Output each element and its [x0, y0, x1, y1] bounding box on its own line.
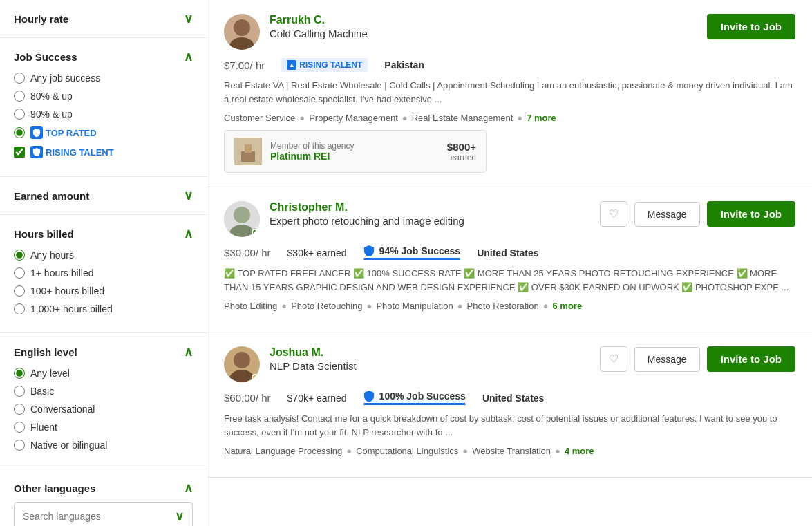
- job-success-rising-talent-input[interactable]: [14, 147, 25, 158]
- card-header-christopher: Christopher M. Expert photo retouching a…: [224, 201, 795, 237]
- message-button-joshua[interactable]: Message: [634, 347, 700, 372]
- hours-1plus-input[interactable]: [14, 267, 25, 279]
- english-basic-input[interactable]: [14, 386, 25, 397]
- filter-header-hourly-rate[interactable]: Hourly rate ∨: [14, 11, 193, 26]
- skill-dot-1: ●: [299, 113, 305, 123]
- location-farrukh: Pakistan: [384, 59, 424, 71]
- earned-joshua: $70k+ earned: [287, 393, 347, 404]
- invite-button-joshua[interactable]: Invite to Job: [707, 346, 795, 372]
- hours-1000plus-input[interactable]: [14, 303, 25, 314]
- sidebar: Hourly rate ∨ Job Success ∧ Any job succ…: [0, 0, 207, 526]
- agency-name-farrukh[interactable]: Platinum REI: [270, 151, 439, 162]
- job-success-rising-talent[interactable]: RISING TALENT: [14, 146, 193, 158]
- card-header-joshua: Joshua M. NLP Data Scientist ♡ Message I…: [224, 346, 795, 382]
- filter-header-english-level[interactable]: English level ∧: [14, 344, 193, 359]
- filter-section-earned-amount: Earned amount ∨: [0, 177, 207, 215]
- freelancer-name-christopher[interactable]: Christopher M.: [270, 201, 464, 214]
- job-success-80[interactable]: 80% & up: [14, 91, 193, 102]
- job-success-top-rated-input[interactable]: [14, 127, 25, 138]
- hours-100plus-input[interactable]: [14, 285, 25, 297]
- freelancer-info-christopher: Christopher M. Expert photo retouching a…: [270, 201, 464, 227]
- hours-1plus[interactable]: 1+ hours billed: [14, 267, 193, 279]
- english-basic-label: Basic: [30, 386, 54, 397]
- english-native-input[interactable]: [14, 440, 25, 451]
- english-fluent[interactable]: Fluent: [14, 422, 193, 433]
- language-search-chevron-icon: ∨: [175, 509, 184, 524]
- filter-header-other-languages[interactable]: Other languages ∧: [14, 480, 193, 496]
- job-success-any-label: Any job success: [30, 73, 100, 84]
- english-native[interactable]: Native or bilingual: [14, 440, 193, 451]
- card-meta-christopher: $30.00/ hr $30k+ earned 94% Job Success …: [224, 245, 795, 260]
- more-skills-christopher[interactable]: 6 more: [553, 301, 583, 311]
- rising-talent-label: RISING TALENT: [46, 147, 114, 158]
- top-rated-shield-icon: [30, 126, 43, 139]
- skill-dot-j2: ●: [462, 446, 468, 456]
- english-any-label: Any level: [30, 368, 70, 379]
- agency-thumb-farrukh: [234, 138, 262, 165]
- avatar-christopher: [224, 201, 260, 237]
- freelancer-name-joshua[interactable]: Joshua M.: [270, 346, 357, 359]
- chevron-hourly-rate-icon: ∨: [184, 11, 193, 26]
- job-success-top-rated[interactable]: TOP RATED: [14, 126, 193, 139]
- hours-100plus[interactable]: 100+ hours billed: [14, 285, 193, 297]
- svg-rect-5: [245, 144, 252, 153]
- card-header-right-farrukh: Invite to Job: [707, 14, 795, 39]
- skills-christopher: Photo Editing ● Photo Retouching ● Photo…: [224, 301, 795, 311]
- svg-point-1: [234, 19, 250, 36]
- language-search-input[interactable]: [23, 511, 175, 522]
- main-content: Farrukh C. Cold Calling Machine Invite t…: [207, 0, 812, 526]
- english-conversational[interactable]: Conversational: [14, 404, 193, 415]
- freelancer-info-farrukh: Farrukh C. Cold Calling Machine: [270, 14, 368, 39]
- filter-options-hours-billed: Any hours 1+ hours billed 100+ hours bil…: [14, 250, 193, 314]
- job-success-90-input[interactable]: [14, 109, 25, 120]
- rate-farrukh: $7.00/ hr: [224, 59, 265, 71]
- skill-dot-c4: ●: [543, 301, 549, 311]
- filter-options-job-success: Any job success 80% & up 90% & up TOP RA…: [14, 73, 193, 158]
- job-success-christopher: 94% Job Success: [363, 245, 461, 260]
- freelancer-name-farrukh[interactable]: Farrukh C.: [270, 14, 368, 26]
- skill-photo-retouching: Photo Retouching: [291, 301, 362, 311]
- rising-talent-badge-shield-icon: ▲: [287, 60, 296, 70]
- filter-section-english-level: English level ∧ Any level Basic Conversa…: [0, 333, 207, 469]
- rising-talent-shield-icon: [30, 146, 43, 158]
- filter-section-other-languages: Other languages ∧ ∨: [0, 469, 207, 526]
- english-fluent-input[interactable]: [14, 422, 25, 433]
- filter-header-hours-billed[interactable]: Hours billed ∧: [14, 226, 193, 241]
- skill-photo-manipulation: Photo Manipulation: [376, 301, 453, 311]
- filter-header-earned-amount[interactable]: Earned amount ∨: [14, 188, 193, 203]
- english-any-input[interactable]: [14, 368, 25, 379]
- skill-real-estate-management: Real Estate Management: [412, 113, 513, 123]
- hours-1plus-label: 1+ hours billed: [30, 267, 93, 279]
- skill-dot-c2: ●: [367, 301, 372, 311]
- card-header-right-joshua: ♡ Message Invite to Job: [600, 346, 795, 372]
- english-conversational-input[interactable]: [14, 404, 25, 415]
- job-success-any-input[interactable]: [14, 73, 25, 84]
- message-button-christopher[interactable]: Message: [634, 202, 700, 227]
- job-success-80-input[interactable]: [14, 91, 25, 102]
- heart-button-joshua[interactable]: ♡: [600, 346, 627, 372]
- hours-any[interactable]: Any hours: [14, 250, 193, 261]
- location-christopher: United States: [477, 247, 538, 259]
- english-any[interactable]: Any level: [14, 368, 193, 379]
- filter-header-job-success[interactable]: Job Success ∧: [14, 49, 193, 64]
- heart-button-christopher[interactable]: ♡: [600, 201, 627, 227]
- card-meta-farrukh: $7.00/ hr ▲ RISING TALENT Pakistan: [224, 58, 795, 72]
- skills-farrukh: Customer Service ● Property Management ●…: [224, 113, 795, 123]
- filter-title-hours-billed: Hours billed: [14, 228, 74, 240]
- job-success-80-label: 80% & up: [30, 91, 73, 102]
- skill-dot-c1: ●: [281, 301, 287, 311]
- rate-christopher: $30.00/ hr: [224, 247, 271, 259]
- language-search-wrap[interactable]: ∨: [14, 502, 193, 526]
- invite-button-farrukh[interactable]: Invite to Job: [707, 14, 795, 39]
- more-skills-farrukh[interactable]: 7 more: [527, 113, 556, 123]
- more-skills-joshua[interactable]: 4 more: [565, 446, 594, 456]
- job-success-90[interactable]: 90% & up: [14, 109, 193, 120]
- card-meta-joshua: $60.00/ hr $70k+ earned 100% Job Success…: [224, 391, 795, 405]
- english-basic[interactable]: Basic: [14, 386, 193, 397]
- filter-title-earned-amount: Earned amount: [14, 190, 89, 202]
- invite-button-christopher[interactable]: Invite to Job: [707, 201, 795, 227]
- job-success-any[interactable]: Any job success: [14, 73, 193, 84]
- hours-any-input[interactable]: [14, 250, 25, 261]
- rate-joshua: $60.00/ hr: [224, 392, 271, 404]
- hours-1000plus[interactable]: 1,000+ hours billed: [14, 303, 193, 314]
